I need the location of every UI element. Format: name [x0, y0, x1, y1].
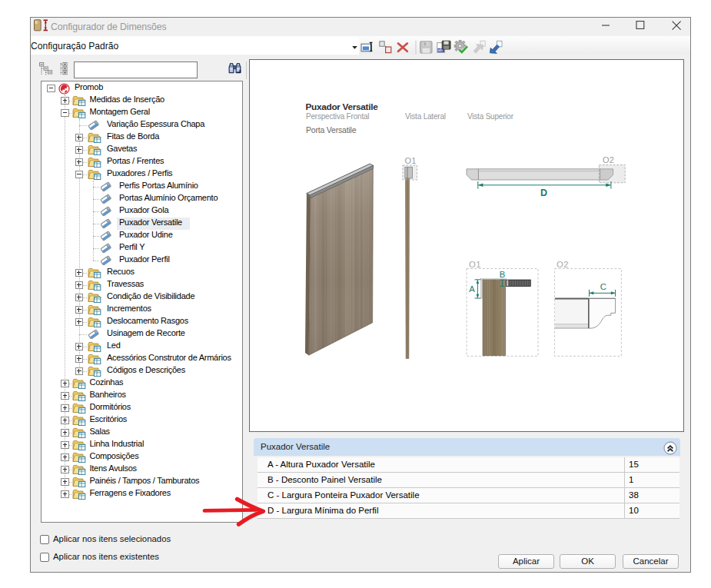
svg-text:O2: O2 — [557, 260, 569, 269]
svg-text:O1: O1 — [405, 156, 417, 165]
svg-text:O1: O1 — [469, 260, 481, 269]
svg-text:B: B — [500, 270, 506, 279]
svg-text:Perspectiva Frontal: Perspectiva Frontal — [306, 112, 369, 121]
svg-text:A: A — [469, 284, 475, 294]
svg-text:O2: O2 — [603, 155, 614, 164]
svg-text:Vista Lateral: Vista Lateral — [405, 112, 446, 121]
svg-text:Porta Versatile: Porta Versatile — [306, 125, 357, 135]
svg-text:Vista Superior: Vista Superior — [467, 112, 514, 121]
svg-text:D: D — [540, 188, 547, 198]
svg-text:Puxador Versatile: Puxador Versatile — [306, 101, 379, 112]
svg-text:C: C — [600, 282, 606, 291]
